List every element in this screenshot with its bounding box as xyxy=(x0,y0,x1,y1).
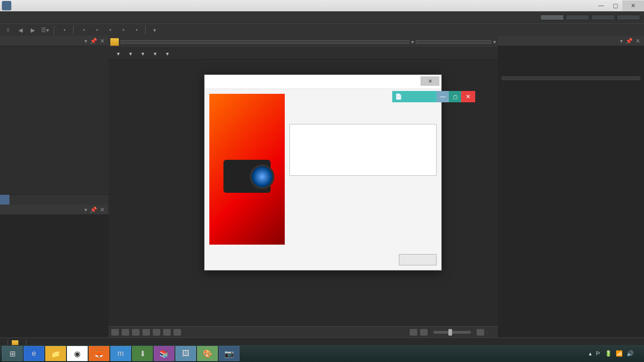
overlay-close[interactable]: ✕ xyxy=(461,91,475,102)
app-icon xyxy=(2,1,11,10)
tb-external[interactable]: ▾ xyxy=(130,26,141,33)
tray-up-icon[interactable]: ▴ xyxy=(589,350,592,357)
folder-icon xyxy=(110,38,119,46)
overlay-minimize[interactable]: — xyxy=(437,91,449,102)
taskbar-idm-icon[interactable]: ⬇ xyxy=(132,346,153,361)
tool-icon[interactable] xyxy=(122,329,129,336)
menu-edit[interactable] xyxy=(14,16,24,19)
selection-label xyxy=(487,331,495,333)
ok-button[interactable] xyxy=(399,254,437,265)
window-maximize[interactable]: ▢ xyxy=(608,0,622,11)
menu-file[interactable] xyxy=(4,16,13,19)
tool-icon[interactable] xyxy=(132,329,140,336)
left-tabs xyxy=(0,194,108,205)
zoom-slider[interactable] xyxy=(433,331,471,334)
taskbar-acdsee-icon[interactable]: 📷 xyxy=(219,346,239,361)
panel-menu-icon[interactable]: ▾ xyxy=(84,38,87,44)
folders-panel-header: ▾📌✕ xyxy=(0,36,108,46)
tb-batch[interactable]: ▾ xyxy=(91,26,102,33)
mode-develop[interactable] xyxy=(591,15,615,20)
tray-battery-icon[interactable]: 🔋 xyxy=(605,350,612,357)
view-icon[interactable] xyxy=(477,329,484,336)
mode-edit[interactable] xyxy=(617,15,640,20)
overlay-maximize[interactable]: ▢ xyxy=(449,91,461,102)
tb-create[interactable]: ▾ xyxy=(104,26,115,33)
path-input[interactable] xyxy=(121,40,409,44)
fb-group[interactable]: ▾ xyxy=(124,49,135,58)
camera-icon xyxy=(223,160,271,193)
fb-sort[interactable]: ▾ xyxy=(137,49,147,58)
taskbar-paint-icon[interactable]: 🎨 xyxy=(197,346,218,361)
prop-section-header xyxy=(502,76,640,80)
view-icon[interactable] xyxy=(410,329,417,336)
tab-calendar[interactable] xyxy=(19,195,28,205)
preview-panel-header: ▾📌✕ xyxy=(0,205,108,215)
filter-bar: ▾ ▾ ▾ ▾ ▾ xyxy=(108,48,498,59)
tab-catalog[interactable] xyxy=(9,195,19,205)
panel-pin-icon[interactable]: 📌 xyxy=(90,38,97,44)
nav-up-icon[interactable]: ⇧ xyxy=(3,25,13,35)
main-toolbar: ⇧ ◀ ▶ ☰▾ ▾ ▾ ▾ ▾ ▾ ▾ ▾ xyxy=(0,24,644,36)
view-icon[interactable] xyxy=(420,329,428,336)
folder-tree[interactable] xyxy=(0,46,108,194)
taskbar-winrar-icon[interactable]: 📚 xyxy=(154,346,174,361)
properties-header: ▾📌✕ xyxy=(498,36,644,46)
taskbar-ie-icon[interactable]: e xyxy=(24,346,44,361)
tool-icon[interactable] xyxy=(173,329,181,336)
tb-dropdown-icon[interactable]: ▾ xyxy=(149,25,160,35)
tb-import[interactable]: ▾ xyxy=(77,26,89,33)
path-dropdown-icon[interactable]: ▾ xyxy=(411,39,414,45)
tb-slideshow[interactable]: ▾ xyxy=(117,26,128,33)
window-close[interactable]: ✕ xyxy=(622,0,644,11)
tool-icon[interactable] xyxy=(153,329,160,336)
about-dialog: ✕ xyxy=(204,74,442,271)
page-icon: 📄 xyxy=(395,93,402,100)
dialog-close-icon[interactable]: ✕ xyxy=(421,76,439,86)
overlay-window[interactable]: 📄 — ▢ ✕ xyxy=(392,91,475,102)
taskbar-firefox-icon[interactable]: 🦊 xyxy=(89,346,109,361)
window-minimize[interactable]: — xyxy=(594,0,608,11)
tool-icon[interactable] xyxy=(111,329,119,336)
nav-back-icon[interactable]: ◀ xyxy=(15,25,25,35)
thumb-toolbar xyxy=(108,326,498,337)
menu-bar xyxy=(0,11,644,24)
taskbar-app-icon[interactable]: 🖼 xyxy=(175,346,196,361)
about-splash xyxy=(209,94,285,245)
taskbar[interactable]: ⊞ e 📁 ◉ 🦊 m ⬇ 📚 🖼 🎨 📷 ▴ 🏳 🔋 📶 🔊 xyxy=(0,345,644,362)
path-bar: ▾ ▾ xyxy=(108,36,498,48)
properties-body xyxy=(498,46,644,337)
mode-manage[interactable] xyxy=(540,15,564,20)
menu-tools[interactable] xyxy=(35,16,44,19)
panel-close-icon[interactable]: ✕ xyxy=(100,38,105,44)
preview-area xyxy=(0,215,108,337)
fb-filter[interactable]: ▾ xyxy=(112,49,123,58)
fb-select[interactable]: ▾ xyxy=(161,49,172,58)
nav-list-icon[interactable]: ☰▾ xyxy=(40,25,50,35)
tray-flag-icon[interactable]: 🏳 xyxy=(595,350,601,357)
start-button[interactable]: ⊞ xyxy=(2,346,23,361)
menu-view[interactable] xyxy=(25,16,34,19)
dialog-titlebar[interactable]: ✕ xyxy=(205,75,441,89)
menu-help[interactable] xyxy=(45,16,55,19)
taskbar-chrome-icon[interactable]: ◉ xyxy=(67,346,88,361)
mode-view[interactable] xyxy=(566,15,589,20)
nav-forward-icon[interactable]: ▶ xyxy=(27,25,38,35)
tray-network-icon[interactable]: 📶 xyxy=(616,350,623,357)
tool-icon[interactable] xyxy=(142,329,150,336)
tray-volume-icon[interactable]: 🔊 xyxy=(627,350,634,357)
tb-workspaces[interactable]: ▾ xyxy=(58,26,69,33)
search-input[interactable] xyxy=(416,40,491,44)
taskbar-explorer-icon[interactable]: 📁 xyxy=(45,346,66,361)
search-dropdown-icon[interactable]: ▾ xyxy=(493,39,496,45)
tab-folders[interactable] xyxy=(0,195,9,205)
taskbar-maxthon-icon[interactable]: m xyxy=(110,346,131,361)
tool-icon[interactable] xyxy=(163,329,171,336)
about-notices[interactable] xyxy=(289,124,437,176)
prop-row xyxy=(502,83,640,85)
window-titlebar: — ▢ ✕ xyxy=(0,0,644,11)
fb-view[interactable]: ▾ xyxy=(149,49,159,58)
